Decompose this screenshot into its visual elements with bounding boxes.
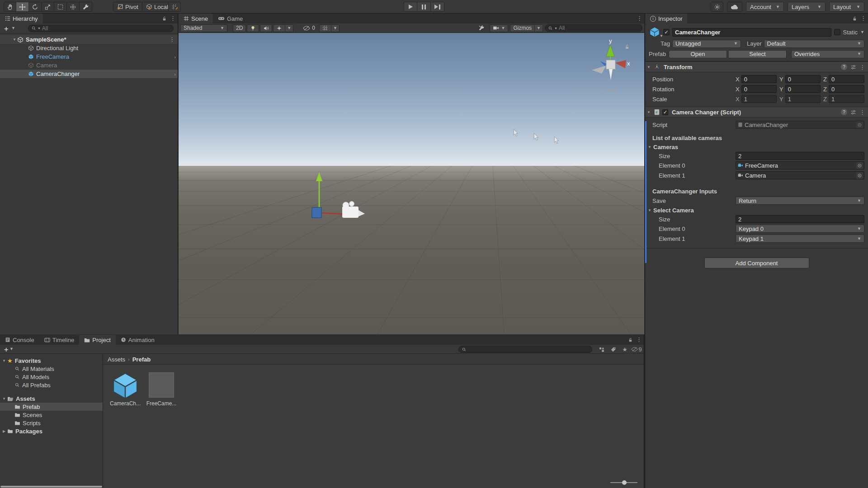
foldout-open-icon[interactable]: ▼: [12, 38, 17, 42]
prefab-select-button[interactable]: Select: [729, 50, 787, 58]
create-object-button[interactable]: ＋: [3, 25, 9, 32]
folder-prefab-row[interactable]: Prefab: [0, 403, 103, 411]
draw-mode-dropdown[interactable]: Shaded▼: [180, 24, 227, 32]
custom-tools-button[interactable]: [80, 2, 92, 12]
inspector-menu-kebab[interactable]: ⋮: [860, 15, 866, 22]
transform-component-header[interactable]: ▼ Transform ? ⋮: [645, 61, 868, 72]
lock-icon[interactable]: [852, 16, 857, 21]
layout-dropdown[interactable]: Layout▼: [829, 2, 864, 12]
tab-timeline[interactable]: Timeline: [39, 335, 80, 345]
help-icon[interactable]: ?: [841, 109, 847, 115]
foldout-open-icon[interactable]: ▼: [1, 359, 7, 363]
lock-icon[interactable]: [162, 16, 167, 21]
hierarchy-menu-kebab[interactable]: ⋮: [170, 15, 176, 22]
slider-knob[interactable]: [622, 480, 627, 485]
rotation-x-field[interactable]: 0: [741, 85, 777, 93]
component-enabled-checkbox[interactable]: ✓: [662, 109, 668, 115]
tag-dropdown[interactable]: Untagged▼: [672, 40, 741, 48]
foldout-open-icon[interactable]: ▼: [1, 397, 7, 401]
hierarchy-item-camera[interactable]: Camera: [0, 61, 178, 70]
create-object-caret[interactable]: ▼: [11, 26, 15, 30]
project-search[interactable]: [458, 346, 592, 353]
pause-button[interactable]: [417, 2, 431, 12]
favorites-star-button[interactable]: ★: [619, 346, 630, 353]
packages-root-row[interactable]: ▶ Packages: [0, 427, 103, 435]
add-component-button[interactable]: Add Component: [704, 258, 809, 268]
scene-header-row[interactable]: ▼ SampleScene* ⋮: [0, 35, 178, 44]
gizmos-caret[interactable]: ▼: [535, 24, 543, 32]
fav-all-materials[interactable]: All Materials: [0, 365, 103, 373]
tree-horizontal-scrollbar[interactable]: [0, 486, 102, 488]
rotation-z-field[interactable]: 0: [829, 85, 864, 93]
gameobject-name-field[interactable]: [672, 28, 831, 37]
hierarchy-item-directional-light[interactable]: Directional Light: [0, 44, 178, 52]
scene-menu-kebab[interactable]: ⋮: [637, 15, 642, 22]
search-by-label-button[interactable]: [608, 346, 618, 353]
prefab-expand-chevron-icon[interactable]: ›: [174, 71, 176, 77]
scene-search-input[interactable]: [559, 25, 639, 31]
object-picker-icon[interactable]: [856, 172, 863, 179]
folder-scripts-row[interactable]: Scripts: [0, 419, 103, 427]
rotate-tool-button[interactable]: [29, 2, 42, 12]
hierarchy-search[interactable]: ▼: [28, 25, 174, 32]
tab-console[interactable]: Console: [0, 335, 39, 345]
cameras-size-field[interactable]: 2: [736, 152, 864, 160]
pivot-toggle-button[interactable]: Pivot: [113, 2, 142, 12]
select-size-field[interactable]: 2: [736, 215, 864, 223]
project-search-input[interactable]: [468, 346, 589, 352]
breadcrumb-root[interactable]: Assets: [108, 356, 125, 363]
2d-toggle-button[interactable]: 2D: [233, 24, 246, 32]
grid-snapping-button[interactable]: [168, 2, 181, 12]
component-menu-kebab[interactable]: ⋮: [859, 109, 865, 116]
search-filter-caret[interactable]: ▼: [38, 27, 41, 30]
perspective-toggle[interactable]: ‹ Persp: [599, 86, 618, 93]
selected-object-gizmo[interactable]: [301, 169, 387, 223]
static-caret[interactable]: ▼: [860, 30, 864, 34]
prefab-open-button[interactable]: Open: [669, 50, 727, 58]
gameobject-prefab-icon[interactable]: ▼: [649, 26, 660, 38]
hierarchy-item-camerachanger[interactable]: CameraChanger ›: [0, 70, 178, 78]
progress-activity-button[interactable]: [711, 2, 723, 12]
foldout-open-icon[interactable]: ▼: [647, 65, 651, 69]
fav-all-models[interactable]: All Models: [0, 373, 103, 381]
scene-menu-kebab[interactable]: ⋮: [169, 36, 175, 43]
layers-dropdown[interactable]: Layers▼: [788, 2, 826, 12]
tab-scene[interactable]: Scene: [179, 14, 213, 23]
search-filter-caret[interactable]: ▼: [554, 27, 557, 30]
gizmos-dropdown[interactable]: Gizmos: [510, 24, 535, 32]
hierarchy-search-input[interactable]: [42, 25, 170, 32]
scale-y-field[interactable]: 1: [785, 95, 821, 103]
scene-grid-caret[interactable]: ▼: [331, 24, 340, 32]
gizmo-lock-icon[interactable]: [624, 44, 630, 50]
scene-search[interactable]: ▼: [545, 24, 642, 32]
scene-effects-toggle[interactable]: [273, 24, 285, 32]
fav-all-prefabs[interactable]: All Prefabs: [0, 381, 103, 389]
presets-icon[interactable]: [850, 64, 856, 70]
presets-icon[interactable]: [850, 109, 856, 115]
favorites-row[interactable]: ▼ ★ Favorites: [0, 357, 103, 365]
transform-tool-button[interactable]: [67, 2, 80, 12]
scale-x-field[interactable]: 1: [741, 95, 777, 103]
play-button[interactable]: [404, 2, 417, 12]
foldout-closed-icon[interactable]: ▶: [1, 429, 7, 433]
search-by-type-button[interactable]: [596, 346, 607, 353]
tab-inspector[interactable]: i Inspector: [645, 14, 687, 23]
hidden-packages-count[interactable]: 9: [631, 346, 642, 353]
help-icon[interactable]: ?: [841, 64, 847, 70]
position-z-field[interactable]: 0: [829, 75, 864, 83]
project-menu-kebab[interactable]: ⋮: [636, 336, 642, 343]
position-x-field[interactable]: 0: [741, 75, 777, 83]
create-asset-caret[interactable]: ▼: [9, 347, 14, 351]
folder-scenes-row[interactable]: Scenes: [0, 411, 103, 419]
view-hand-tool-button[interactable]: [4, 2, 16, 12]
component-menu-kebab[interactable]: ⋮: [859, 64, 865, 70]
scene-grid-toggle[interactable]: [319, 24, 331, 32]
layer-dropdown[interactable]: Default▼: [764, 40, 865, 48]
tab-project[interactable]: Project: [79, 335, 115, 345]
scene-audio-toggle[interactable]: [260, 24, 272, 32]
step-button[interactable]: [431, 2, 444, 12]
rect-tool-button[interactable]: [54, 2, 67, 12]
keypad0-dropdown[interactable]: Keypad 0▼: [736, 225, 864, 233]
scene-effects-caret[interactable]: ▼: [285, 24, 293, 32]
script-component-header[interactable]: ▼ # ✓ Camera Changer (Script) ? ⋮: [645, 107, 868, 117]
